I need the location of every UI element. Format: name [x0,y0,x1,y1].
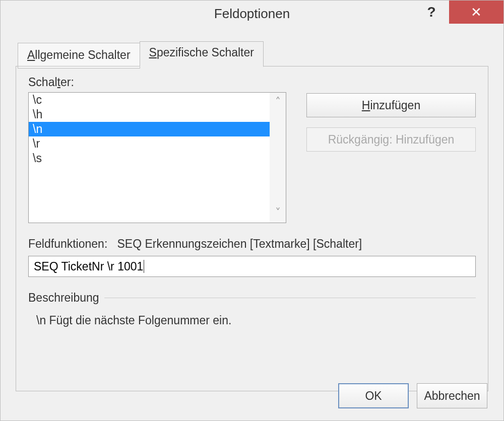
side-buttons: Hinzufügen Rückgängig: Hinzufügen [306,92,476,223]
tab-strip: Allgemeine Schalter Spezifische Schalter [18,41,488,66]
divider [104,298,476,298]
button-label: Hinzufügen [362,99,420,112]
field-functions-input[interactable]: SEQ TicketNr \r 1001 [28,256,476,277]
switches-row: \c \h \n \r \s ˄ ˅ Hinzufügen [28,92,476,223]
chevron-down-icon: ˅ [275,206,281,220]
list-item[interactable]: \r [29,136,270,151]
undo-add-button: Rückgängig: Hinzufügen [306,127,476,152]
scrollbar[interactable]: ˄ ˅ [270,93,286,223]
dialog-footer: OK Abbrechen [338,383,487,408]
tab-label: Spezifische Schalter [149,46,254,59]
field-functions-syntax: SEQ Erkennungszeichen [Textmarke] [Schal… [117,237,362,250]
help-button[interactable]: ? [414,1,449,24]
dialog-title: Feldoptionen [214,6,290,22]
titlebar: Feldoptionen ? ✕ [1,1,503,27]
tab-label: Allgemeine Schalter [27,48,131,61]
list-item-selected[interactable]: \n [29,122,270,136]
field-functions-row: Feldfunktionen: SEQ Erkennungszeichen [T… [28,237,476,251]
field-options-dialog: Feldoptionen ? ✕ Allgemeine Schalter Spe… [0,0,504,421]
tab-general-switches[interactable]: Allgemeine Schalter [18,43,140,68]
add-button[interactable]: Hinzufügen [306,93,476,117]
list-inner: \c \h \n \r \s [29,93,270,223]
button-label: Abbrechen [424,389,480,403]
cancel-button[interactable]: Abbrechen [417,383,487,408]
switches-label: Schalter: [28,76,476,89]
chevron-up-icon: ˄ [275,96,281,109]
tab-specific-switches[interactable]: Spezifische Schalter [140,41,264,67]
close-icon: ✕ [471,5,482,20]
description-text: \n Fügt die nächste Folgenummer ein. [28,314,476,327]
description-header: Beschreibung [28,291,476,305]
list-item[interactable]: \h [29,107,270,122]
list-item[interactable]: \s [29,151,270,166]
switches-listbox[interactable]: \c \h \n \r \s ˄ ˅ [28,92,286,223]
list-item[interactable]: \c [29,93,270,107]
help-icon: ? [427,4,435,20]
button-label: Rückgängig: Hinzufügen [328,133,455,147]
close-button[interactable]: ✕ [449,1,503,24]
tab-panel: Schalter: \c \h \n \r \s ˄ ˅ [16,66,488,391]
text-caret [144,260,144,273]
description-label: Beschreibung [28,291,99,305]
field-functions-value: SEQ TicketNr \r 1001 [34,260,143,273]
dialog-content: Allgemeine Schalter Spezifische Schalter… [1,27,503,396]
button-label: OK [365,389,382,403]
ok-button[interactable]: OK [338,383,409,408]
description-group: Beschreibung \n Fügt die nächste Folgenu… [28,291,476,327]
title-controls: ? ✕ [414,1,503,24]
field-functions-label: Feldfunktionen: [28,237,107,250]
